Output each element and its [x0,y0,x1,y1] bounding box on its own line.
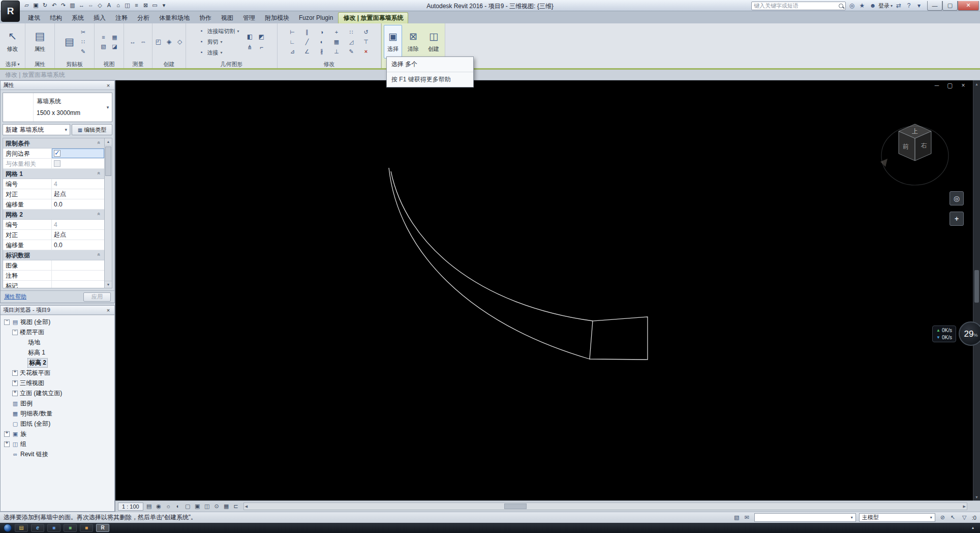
taskbar-app-icon[interactable] [47,524,60,532]
view-close-icon[interactable]: × [960,82,967,89]
taskbar-app-icon[interactable] [64,524,77,532]
view-control-icon[interactable] [212,502,221,511]
view-control-icon[interactable] [193,502,202,511]
qat-icon[interactable] [96,1,104,10]
signin-button[interactable]: 登录 ▾ [868,1,893,10]
tree-expander-icon[interactable] [4,441,10,447]
navigation-button[interactable] [950,212,964,226]
view-minimize-icon[interactable]: ─ [933,82,940,89]
clipboard-tool-icon[interactable] [79,28,87,36]
ribbon-tab[interactable]: 体量和场地 [155,12,194,23]
property-row[interactable]: 编号 4 [3,220,104,230]
property-row[interactable]: 图像 [3,260,104,271]
browser-tree-item[interactable]: 立面 (建筑立面) [1,388,114,398]
ribbon-tab[interactable]: 注释 [111,12,132,23]
qat-icon[interactable] [68,1,77,10]
view-control-icon[interactable] [222,502,231,511]
property-row[interactable]: 房间边界 [3,149,104,159]
qat-icon[interactable] [123,1,132,10]
browser-tree-item[interactable]: Revit 链接 [1,449,114,459]
multiselect-button[interactable]: 创建 [424,25,443,58]
properties-palette-header[interactable]: 属性 × [1,81,114,90]
property-value[interactable]: 起点 [52,189,104,199]
qat-icon[interactable] [77,1,86,10]
infocenter-icon[interactable] [847,1,856,10]
qat-icon[interactable] [105,1,113,10]
infocenter-search-input[interactable]: 键入关键字或短语 [751,2,846,10]
ribbon-tab[interactable]: 插入 [89,12,110,23]
property-value[interactable]: 起点 [52,230,104,240]
property-row[interactable]: 对正 起点 [3,230,104,240]
restore-button[interactable]: ▢ [942,1,958,11]
property-row[interactable]: 限制条件 [3,138,104,149]
tree-expander-icon[interactable] [4,319,10,325]
modify-tool-icon[interactable] [332,28,341,37]
geometry-tool-icon[interactable] [257,32,266,41]
scrollbar-thumb[interactable] [974,270,979,303]
property-value[interactable] [52,271,104,280]
property-value[interactable]: 0.0 [52,240,104,250]
property-row[interactable]: 标识数据 [3,250,104,260]
view-control-icon[interactable] [145,502,154,511]
properties-help-link[interactable]: 属性帮助 [4,293,26,301]
start-button[interactable] [4,524,12,532]
scroll-up-icon[interactable]: ▲ [105,138,112,145]
canvas-horizontal-scrollbar[interactable]: ◀ ▶ [243,502,967,510]
view-control-icon[interactable] [183,502,192,511]
view-control-icon[interactable] [174,502,182,511]
modify-tool-icon[interactable] [303,47,312,56]
view-tool-icon[interactable] [111,42,119,50]
property-value[interactable]: 4 [52,179,104,189]
browser-tree-item[interactable]: 明细表/数量 [1,408,114,419]
canvas-vertical-scrollbar[interactable]: ▲ ▼ [973,80,980,500]
scroll-down-icon[interactable]: ▼ [105,281,112,288]
multiselect-button[interactable]: 清除 [404,25,422,58]
geometry-tool-icon[interactable] [257,43,266,52]
browser-tree-item[interactable]: 天花板平面 [1,368,114,378]
view-tool-icon[interactable] [100,33,108,41]
infocenter-icon[interactable] [904,1,913,10]
scroll-right-icon[interactable]: ▶ [963,505,966,509]
property-row[interactable]: 注释 [3,271,104,281]
modify-tool-icon[interactable] [332,47,341,56]
browser-tree-item[interactable]: 视图 (全部) [1,317,114,327]
status-icon[interactable] [948,513,957,522]
tree-expander-icon[interactable] [4,431,10,437]
taskbar-app-icon[interactable] [96,524,109,532]
infocenter-icon[interactable] [914,1,924,10]
modify-tool-icon[interactable] [303,38,312,46]
modify-tool-icon[interactable] [347,28,356,37]
tray-icon[interactable] [969,524,976,531]
edit-type-button[interactable]: ▦ 编辑类型 [72,124,112,135]
viewcube[interactable]: 上 前 右 [875,106,962,192]
close-button[interactable]: ✕ [958,1,979,11]
modify-tool-icon[interactable] [332,38,341,46]
tree-expander-icon[interactable] [12,370,18,376]
taskbar-app-icon[interactable] [15,524,28,532]
tree-expander-icon[interactable] [12,380,18,386]
measure-tool-icon[interactable] [128,37,137,46]
filter-icon[interactable] [960,513,969,522]
browser-tree-item[interactable]: 三维视图 [1,378,114,388]
scroll-left-icon[interactable]: ◀ [245,505,248,509]
modify-tool-icon[interactable] [303,28,312,37]
tree-expander-icon[interactable] [12,391,18,396]
ribbon-tab[interactable]: 附加模块 [260,12,294,23]
view-control-icon[interactable] [203,502,211,511]
property-row[interactable]: 对正 起点 [3,189,104,199]
ribbon-tab[interactable]: 结构 [45,12,67,23]
browser-tree-item[interactable]: 楼层平面 [1,327,114,337]
modify-tool-icon[interactable] [362,28,371,37]
qat-icon[interactable] [32,1,40,10]
create-tool-icon[interactable] [165,37,174,46]
property-row[interactable]: 与体量相关 [3,159,104,169]
modify-tool-icon[interactable] [288,47,297,56]
property-row[interactable]: 偏移量 0.0 [3,240,104,250]
navigation-button[interactable] [950,191,964,205]
qat-icon[interactable] [132,1,141,10]
property-value[interactable]: 0.0 [52,199,104,209]
properties-scrollbar[interactable]: ▲ ▼ [104,138,112,288]
geometry-menu-item[interactable]: 剪切 [196,37,240,47]
create-tool-icon[interactable] [154,37,163,46]
view-restore-icon[interactable]: ▢ [946,82,954,89]
